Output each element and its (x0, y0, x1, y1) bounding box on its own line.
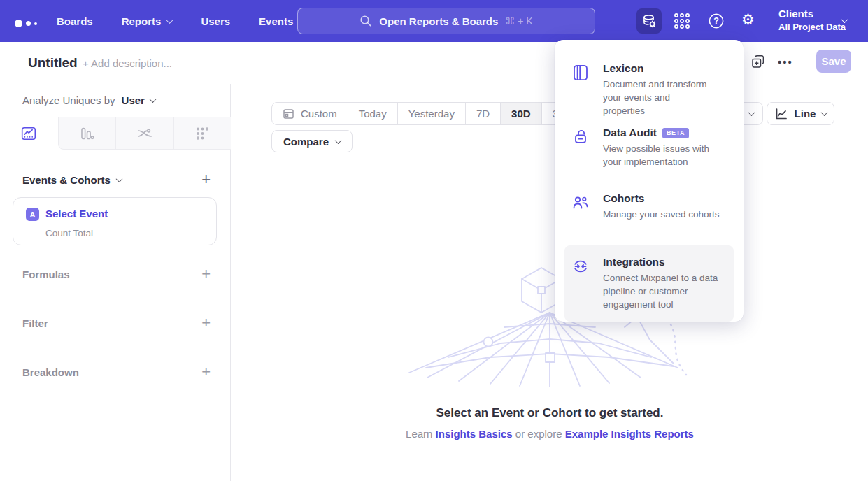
learn-text: Learn (406, 428, 432, 440)
nav-users[interactable]: Users (201, 15, 230, 27)
bar-chart-icon (78, 125, 95, 142)
beta-badge: BETA (662, 128, 689, 138)
empty-state-title: Select an Event or Cohort to get started… (232, 406, 868, 420)
add-formula-button[interactable]: + (201, 266, 211, 282)
chevron-down-icon (748, 109, 755, 116)
tab-retention-chart[interactable] (173, 117, 232, 150)
range-30d-selected[interactable]: 30D (500, 103, 541, 124)
chart-type-tabs (0, 117, 231, 149)
save-button[interactable]: Save (816, 50, 851, 73)
data-management-button[interactable] (636, 8, 662, 34)
add-breakdown-button[interactable]: + (201, 364, 211, 380)
menu-item-description: Manage your saved cohorts (603, 208, 730, 221)
data-audit-lock-icon (571, 127, 590, 168)
event-letter-badge: A (26, 208, 39, 221)
copy-plus-icon (750, 55, 765, 69)
menu-item-data-audit[interactable]: Data AuditBETA View possible issues with… (555, 127, 744, 168)
menu-item-description: View possible issues with your implement… (603, 142, 723, 168)
settings-button[interactable]: ⚙ (741, 13, 755, 27)
menu-item-cohorts[interactable]: Cohorts Manage your saved cohorts (555, 192, 744, 221)
duplicate-report-button[interactable] (750, 55, 765, 69)
section-breakdown: Breakdown + (22, 364, 211, 380)
main-nav: Boards Reports Users Events (57, 0, 293, 42)
grid-dots-icon (673, 12, 691, 30)
report-title[interactable]: Untitled (28, 55, 78, 71)
project-switcher[interactable]: Clients All Project Data (778, 8, 846, 32)
menu-item-lexicon[interactable]: Lexicon Document and transform your even… (555, 62, 744, 117)
tab-flow-chart[interactable] (115, 117, 173, 150)
nav-reports[interactable]: Reports (122, 15, 173, 27)
menu-item-description: Document and transform your events and p… (603, 78, 709, 117)
section-formulas: Formulas + (22, 266, 211, 282)
range-today[interactable]: Today (348, 103, 397, 124)
dots-grid-icon (194, 125, 211, 142)
gear-icon: ⚙ (741, 13, 755, 27)
mixpanel-logo-icon[interactable] (15, 17, 40, 25)
line-chart-axis-icon (774, 107, 788, 121)
add-description-field[interactable]: + Add description... (83, 57, 172, 69)
nav-events[interactable]: Events (259, 15, 293, 27)
analyze-row: Analyze Uniques by User (0, 84, 230, 117)
lexicon-book-icon (571, 62, 590, 117)
project-name: All Project Data (778, 22, 846, 32)
chart-area: Custom Today Yesterday 7D 30D 3M 6M Comp… (232, 84, 868, 481)
menu-item-title: Integrations (603, 256, 665, 268)
range-7d[interactable]: 7D (465, 103, 500, 124)
section-filter: Filter + (22, 315, 211, 331)
data-management-menu: Lexicon Document and transform your even… (555, 40, 744, 322)
breakdown-label: Breakdown (22, 366, 79, 378)
chevron-down-icon (821, 109, 828, 116)
search-icon (360, 15, 372, 27)
header-divider (806, 51, 806, 72)
formulas-label: Formulas (22, 268, 70, 280)
query-builder-sidebar: Analyze Uniques by User (0, 84, 231, 481)
event-aggregation[interactable]: Count Total (45, 228, 93, 238)
more-options-button[interactable]: ••• (778, 56, 793, 68)
range-yesterday[interactable]: Yesterday (397, 103, 465, 124)
menu-item-description: Connect Mixpanel to a data pipeline or c… (603, 271, 720, 311)
search-shortcut: ⌘ + K (505, 15, 532, 27)
global-search[interactable]: Open Reports & Boards ⌘ + K (297, 8, 595, 34)
event-row-card[interactable]: A Select Event Count Total (13, 197, 217, 245)
section-events-cohorts: Events & Cohorts + (22, 172, 211, 187)
menu-item-title: Cohorts (603, 192, 644, 205)
compare-dropdown[interactable]: Compare (271, 130, 353, 152)
add-filter-button[interactable]: + (201, 315, 211, 331)
chevron-down-icon (115, 175, 122, 182)
chevron-down-icon (166, 17, 173, 24)
analyze-entity-dropdown[interactable]: User (122, 94, 155, 106)
menu-item-integrations[interactable]: Integrations Connect Mixpanel to a data … (564, 245, 734, 322)
menu-item-title: Lexicon (603, 62, 644, 75)
filter-label: Filter (22, 317, 48, 329)
example-insights-reports-link[interactable]: Example Insights Reports (565, 428, 694, 440)
org-name: Clients (778, 8, 846, 20)
cohorts-people-icon (571, 192, 590, 221)
integrations-sync-icon (571, 256, 590, 311)
tab-insights-selected[interactable] (0, 117, 58, 150)
line-chart-icon (20, 125, 37, 142)
database-gear-icon (641, 13, 657, 29)
chart-style-dropdown[interactable]: Line (767, 102, 834, 125)
svg-text:?: ? (713, 16, 719, 26)
range-custom[interactable]: Custom (272, 103, 348, 124)
add-event-button[interactable]: + (201, 172, 211, 187)
flow-icon (136, 125, 153, 142)
tab-bar-chart[interactable] (58, 117, 116, 150)
search-placeholder: Open Reports & Boards (379, 15, 498, 27)
menu-item-title: Data Audit (603, 127, 657, 139)
chevron-down-icon (335, 137, 342, 144)
calendar-icon (283, 108, 294, 120)
apps-grid-button[interactable] (673, 12, 691, 30)
select-event-button[interactable]: Select Event (45, 208, 108, 220)
or-explore-text: or explore (515, 428, 562, 440)
events-cohorts-toggle[interactable]: Events & Cohorts (22, 174, 122, 186)
top-navbar: Boards Reports Users Events Open Reports… (0, 0, 868, 42)
chevron-down-icon (149, 96, 156, 103)
help-button[interactable]: ? (707, 12, 725, 30)
analyze-label: Analyze Uniques by (22, 94, 115, 106)
insights-basics-link[interactable]: Insights Basics (436, 428, 513, 440)
nav-boards[interactable]: Boards (57, 15, 93, 27)
empty-state-links: Learn Insights Basics or explore Example… (232, 428, 868, 440)
question-circle-icon: ? (707, 12, 725, 30)
